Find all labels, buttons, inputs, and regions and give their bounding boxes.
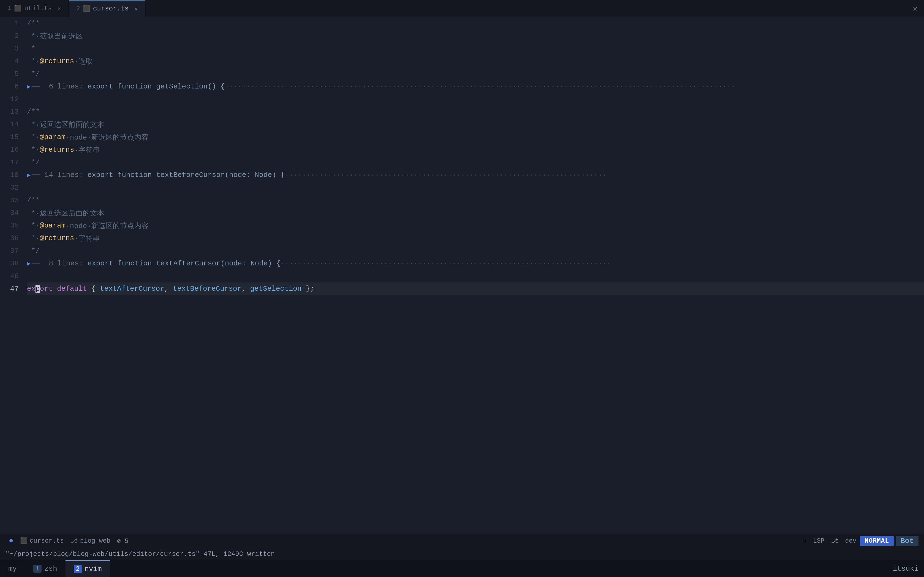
status-bar: ● ⬛ cursor.ts ⎇ blog-web ⊘ 5 ⌘ LSP ⎇ dev… [0,533,924,548]
shortcut-icon: ⌘ [803,537,806,545]
comment-15b: ·node·新选区的节点内容 [65,132,149,142]
comment-4b: ·选取 [74,56,93,66]
term-tab-nvim[interactable]: 2 nvim [65,560,110,577]
fold-count-6: 6 lines: [45,82,87,91]
term-tab-my-label: my [8,565,17,573]
code-line-empty-15 [27,472,924,485]
fold-count-18: 14 lines: [45,171,87,179]
terminal-bar: my 1 zsh 2 nvim itsuki [0,560,924,577]
code-line-empty-4 [27,333,924,346]
code-line-empty-13 [27,447,924,459]
status-errors: ⊘ 5 [113,534,131,548]
code-line-empty-5 [27,346,924,358]
comment-34: *·返回选区后面的文本 [27,208,104,218]
code-line-46 [27,270,924,282]
tag-param-35: @param [40,221,66,230]
fold-icon-6: ▶ [27,83,31,90]
term-tab-my[interactable]: my [0,560,25,577]
tab-number: 1 [8,5,11,12]
ln-14: 14 [2,118,24,131]
kw-default: default [57,285,87,293]
terminal-right-info: itsuki [893,565,924,573]
comment-33: /** [27,196,40,205]
ln-4: 4 [2,55,24,68]
ln-36: 36 [2,232,24,245]
code-line-empty-2 [27,308,924,321]
term-tab-zsh-label: zsh [44,565,57,573]
status-filename: cursor.ts [30,537,64,545]
code-line-empty-3 [27,321,924,333]
comma-2: , [241,285,250,293]
comment-14: *·返回选区前面的文本 [27,120,104,129]
code-content[interactable]: /** *·获取当前选区 * *·@returns·选取 */ ▶── 6 li… [24,17,924,533]
terminal-user: itsuki [893,565,919,573]
tag-returns-16: @returns [40,146,74,154]
code-line-34: *·返回选区后面的文本 [27,206,924,219]
code-line-35: *·@param·node·新选区的节点内容 [27,219,924,232]
ln-37: 37 [2,245,24,257]
tab-util-ts[interactable]: 1 ⬛ util.ts ✕ [0,0,69,17]
status-file-indicator: ● [5,534,17,548]
status-file-name: ⬛ cursor.ts [17,534,67,548]
fold-icon-18: ▶ [27,171,31,179]
code-line-empty-11 [27,421,924,434]
ts-icon: ⬛ [14,5,21,12]
tab-close-cursor[interactable]: ✕ [134,5,137,12]
status-bot-badge: Bot [896,536,919,546]
code-line-empty-14 [27,459,924,472]
ln-3: 3 [2,42,24,55]
comment-13: /** [27,108,40,116]
status-error-count: ⊘ 5 [117,537,128,545]
comment-17: */ [27,158,40,166]
comment-35b: ·node·新选区的节点内容 [65,221,149,230]
ln-17: 17 [2,156,24,169]
ln-34: 34 [2,206,24,219]
fold-text-6: ── [32,82,45,91]
code-line-37: */ [27,245,924,257]
ln-16: 16 [2,143,24,156]
file-info-bar: "~/projects/blog/blog-web/utils/editor/c… [0,548,924,560]
kw-export-rest: ort [40,285,53,293]
term-tab-nvim-num: 2 [74,565,82,573]
space-2: { [87,285,100,293]
comment-3: * [27,45,36,53]
status-shortcut: ⌘ [800,534,810,548]
status-mode-badge: NORMAL [859,536,894,546]
fold-dots-38: ········································… [281,259,611,268]
dev-label: dev [845,537,856,545]
tab-cursor-ts[interactable]: 2 ⬛ cursor.ts ✕ [69,0,145,17]
comment-4a: *· [27,57,40,65]
window-close-button[interactable]: ✕ [913,4,918,13]
status-branch-name: blog-web [80,537,110,545]
code-line-33: /** [27,194,924,206]
space-1 [53,285,57,293]
ln-35: 35 [2,219,24,232]
term-tab-zsh[interactable]: 1 zsh [25,560,65,577]
fold-dots-6: ········································… [225,82,735,91]
code-line-4: *·@returns·选取 [27,55,924,68]
lsp-label: LSP [813,537,824,545]
tag-returns: @returns [40,57,74,65]
file-info-text: "~/projects/blog/blog-web/utils/editor/c… [5,550,275,558]
line-numbers: 1 2 3 4 5 6 12 13 14 15 16 17 18 32 33 3… [2,17,24,533]
ln-32: 32 [2,181,24,194]
code-line-32 [27,181,924,194]
comment-36a: *· [27,234,40,242]
tab-close-util[interactable]: ✕ [58,5,61,12]
ln-33: 33 [2,194,24,206]
code-line-empty-12 [27,434,924,447]
ln-15: 15 [2,131,24,143]
status-branch: ⎇ blog-web [67,534,113,548]
fn-textBeforeCursor: textBeforeCursor [173,285,242,293]
comment-36b: ·字符串 [74,234,100,243]
comment-2: *·获取当前选区 [27,31,83,41]
code-line-empty-8 [27,384,924,396]
fold-text-18: ── [32,171,45,179]
ln-38: 38 [2,257,24,270]
tab-label: util.ts [24,5,52,12]
fold-text-38: ── [32,259,45,268]
ln-12: 12 [2,93,24,105]
comment-start: /** [27,19,40,27]
ln-5: 5 [2,68,24,80]
git-icon: ⎇ [831,537,838,545]
